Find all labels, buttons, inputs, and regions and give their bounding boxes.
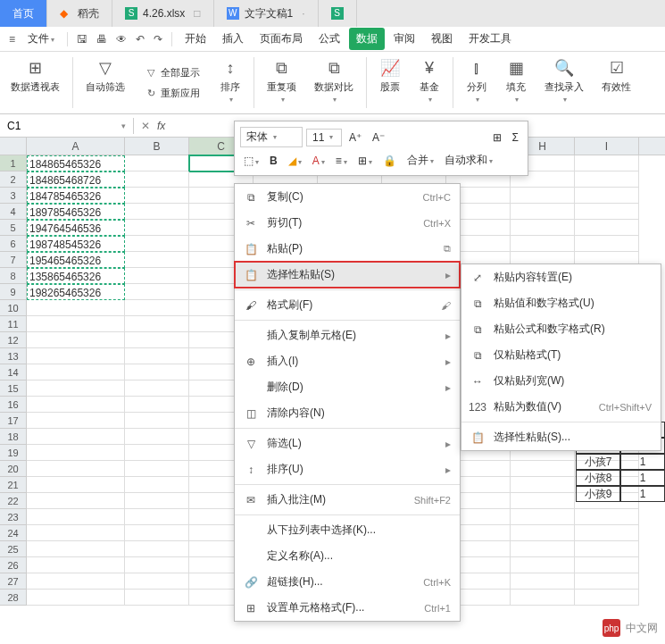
cell[interactable] bbox=[511, 204, 575, 220]
cell[interactable]: 198265465326 bbox=[27, 284, 125, 300]
row-header[interactable]: 13 bbox=[0, 348, 27, 364]
ctx-insert-copied[interactable]: 插入复制单元格(E)▸ bbox=[235, 322, 460, 348]
sub-format-only[interactable]: ⧉仅粘贴格式(T) bbox=[461, 342, 661, 368]
ctx-comment[interactable]: ✉插入批注(M)Shift+F2 bbox=[235, 487, 460, 513]
cell[interactable] bbox=[125, 268, 189, 284]
cell[interactable]: 135865465326 bbox=[27, 268, 125, 284]
sum-icon[interactable]: Σ bbox=[509, 130, 522, 146]
row-header[interactable]: 26 bbox=[0, 557, 27, 573]
name-box-input[interactable] bbox=[7, 120, 121, 132]
print-icon[interactable]: 🖶 bbox=[93, 29, 111, 49]
cell[interactable] bbox=[125, 525, 189, 541]
name-box[interactable]: ▾ bbox=[0, 118, 134, 134]
ctx-paste[interactable]: 📋粘贴(P)⧉ bbox=[235, 236, 460, 262]
cell[interactable] bbox=[575, 509, 639, 525]
reapply-button[interactable]: ↻重新应用 bbox=[143, 85, 202, 102]
cell[interactable]: 184865468726 bbox=[27, 171, 125, 188]
cell[interactable] bbox=[511, 220, 575, 236]
sub-transpose[interactable]: ⤢粘贴内容转置(E) bbox=[461, 264, 661, 290]
row-header[interactable]: 15 bbox=[0, 381, 27, 397]
cell[interactable] bbox=[27, 557, 125, 573]
ctx-dropdown[interactable]: 从下拉列表中选择(K)... bbox=[235, 517, 460, 543]
ctx-paste-special[interactable]: 📋选择性粘贴(S)▸ bbox=[235, 262, 460, 288]
side-cell[interactable]: 小孩8 bbox=[576, 470, 620, 486]
cell[interactable] bbox=[27, 429, 125, 445]
cell[interactable] bbox=[575, 525, 639, 541]
cell[interactable] bbox=[125, 284, 189, 300]
row-header[interactable]: 18 bbox=[0, 429, 27, 445]
cell[interactable] bbox=[125, 155, 189, 171]
cell[interactable] bbox=[125, 493, 189, 509]
cell[interactable] bbox=[27, 364, 125, 381]
sub-values-num[interactable]: ⧉粘贴值和数字格式(U) bbox=[461, 290, 661, 316]
cell[interactable] bbox=[27, 316, 125, 332]
ctx-insert[interactable]: ⊕插入(I)▸ bbox=[235, 348, 460, 374]
cell[interactable] bbox=[125, 429, 189, 445]
fx-icon[interactable]: fx bbox=[157, 120, 165, 132]
row-header[interactable]: 2 bbox=[0, 171, 27, 188]
col-header-I[interactable]: I bbox=[575, 138, 639, 155]
increase-font-icon[interactable]: A⁺ bbox=[345, 130, 365, 146]
cell[interactable]: 184785465326 bbox=[27, 188, 125, 204]
save-icon[interactable]: 🖫 bbox=[73, 29, 91, 49]
ctx-cut[interactable]: ✂剪切(T)Ctrl+X bbox=[235, 210, 460, 236]
cell[interactable] bbox=[125, 461, 189, 477]
cell[interactable] bbox=[575, 541, 639, 557]
split-button[interactable]: ⫿分列 bbox=[466, 57, 487, 104]
validity-button[interactable]: ☑有效性 bbox=[602, 57, 631, 94]
tab-doc[interactable]: W文字文稿1· bbox=[214, 0, 319, 27]
showall-button[interactable]: ▽全部显示 bbox=[143, 64, 202, 81]
cell[interactable] bbox=[125, 509, 189, 525]
align-icon[interactable]: ≡ bbox=[332, 153, 351, 169]
cell[interactable] bbox=[575, 155, 639, 171]
merge-button[interactable]: 合并 bbox=[403, 151, 437, 170]
side-cell[interactable]: 1 bbox=[620, 454, 665, 470]
tab-daoke[interactable]: ◆稻壳 bbox=[47, 0, 112, 27]
stocks-button[interactable]: 📈股票 bbox=[379, 57, 401, 94]
ctx-clear[interactable]: ◫清除内容(N) bbox=[235, 400, 460, 426]
row-header[interactable]: 20 bbox=[0, 461, 27, 477]
cell[interactable] bbox=[125, 236, 189, 252]
cell[interactable] bbox=[27, 413, 125, 429]
cell[interactable] bbox=[27, 573, 125, 590]
cell[interactable] bbox=[27, 525, 125, 541]
cell[interactable] bbox=[511, 461, 575, 477]
cell[interactable] bbox=[575, 188, 639, 204]
preview-icon[interactable]: 👁 bbox=[112, 29, 130, 49]
cell[interactable] bbox=[575, 590, 639, 606]
ctx-filter[interactable]: ▽筛选(L)▸ bbox=[235, 431, 460, 456]
cell[interactable] bbox=[575, 204, 639, 220]
cell[interactable] bbox=[27, 493, 125, 509]
row-header[interactable]: 17 bbox=[0, 413, 27, 429]
side-cell[interactable]: 小孩7 bbox=[576, 454, 620, 470]
col-header-B[interactable]: B bbox=[125, 138, 189, 155]
row-header[interactable]: 9 bbox=[0, 284, 27, 300]
side-cell[interactable]: 小孩9 bbox=[576, 486, 620, 502]
menu-layout[interactable]: 页面布局 bbox=[253, 28, 310, 50]
cell[interactable] bbox=[511, 493, 575, 509]
row-header[interactable]: 23 bbox=[0, 509, 27, 525]
cell[interactable] bbox=[511, 477, 575, 493]
ctx-delete[interactable]: 删除(D)▸ bbox=[235, 374, 460, 400]
funds-button[interactable]: ¥基金 bbox=[419, 57, 440, 104]
row-header[interactable]: 27 bbox=[0, 573, 27, 590]
row-header[interactable]: 5 bbox=[0, 220, 27, 236]
row-header[interactable]: 11 bbox=[0, 316, 27, 332]
font-select[interactable]: 宋体 bbox=[240, 127, 303, 147]
sub-colwidth[interactable]: ↔仅粘贴列宽(W) bbox=[461, 368, 661, 394]
cell[interactable]: 189785465326 bbox=[27, 204, 125, 220]
cell[interactable] bbox=[27, 332, 125, 348]
row-header[interactable]: 4 bbox=[0, 204, 27, 220]
row-header[interactable]: 22 bbox=[0, 493, 27, 509]
cell[interactable] bbox=[27, 477, 125, 493]
autofilter-button[interactable]: ▽自动筛选 bbox=[86, 57, 125, 94]
row-header[interactable]: 12 bbox=[0, 332, 27, 348]
cell[interactable] bbox=[575, 573, 639, 590]
side-cell[interactable]: 1 bbox=[620, 486, 665, 502]
ctx-copy[interactable]: ⧉复制(C)Ctrl+C bbox=[235, 184, 460, 210]
menu-formula[interactable]: 公式 bbox=[312, 28, 347, 50]
cell[interactable] bbox=[125, 445, 189, 461]
cell[interactable] bbox=[125, 397, 189, 413]
cell[interactable] bbox=[125, 381, 189, 397]
menu-view[interactable]: 视图 bbox=[424, 28, 460, 50]
